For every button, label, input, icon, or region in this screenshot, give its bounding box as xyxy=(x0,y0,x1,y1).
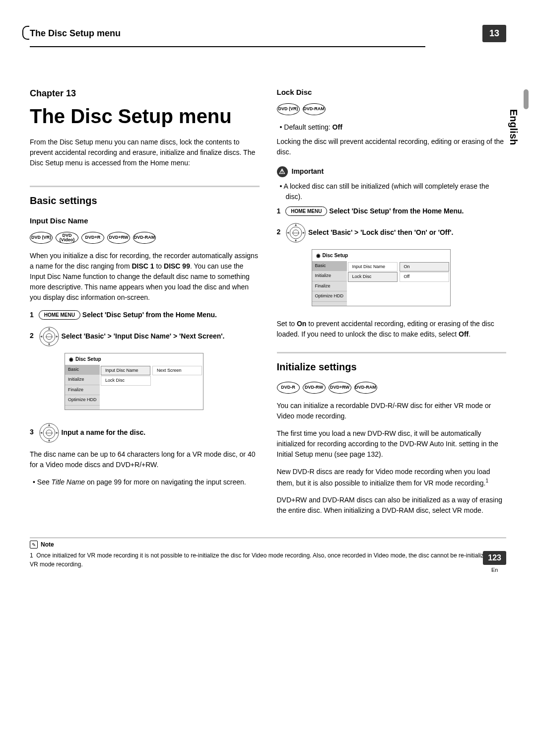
svg-text:ENTER: ENTER xyxy=(46,336,53,338)
home-menu-button-icon: HOME MENU xyxy=(39,310,80,320)
intro-text: From the Disc Setup menu you can name di… xyxy=(30,137,260,168)
language-tab xyxy=(524,89,529,109)
badge-dvd-rw: DVD-RW xyxy=(303,382,326,394)
disc-icon: ◉ xyxy=(316,252,321,259)
badge-dvd-vr: DVD (VR) xyxy=(277,103,300,115)
menu-sidebar-item: Finalize xyxy=(312,281,347,292)
init-p3: New DVD-R discs are ready for Video mode… xyxy=(277,467,507,488)
header-title: The Disc Setup menu xyxy=(30,27,121,40)
init-p1: You can initialize a recordable DVD-R/-R… xyxy=(277,401,507,421)
disc-format-badges: DVD (VR) DVD-RAM xyxy=(277,103,507,115)
menu-value: Off xyxy=(400,272,449,282)
lock-disc-heading: Lock Disc xyxy=(277,87,507,98)
menu-sidebar-item: Optimize HDD xyxy=(312,291,347,302)
chapter-number-badge: 13 xyxy=(482,25,506,42)
important-header: ⚠ Important xyxy=(277,166,507,177)
menu-value: On xyxy=(400,262,449,272)
svg-text:ENTER: ENTER xyxy=(292,232,299,234)
init-p4: DVD+RW and DVD-RAM discs can also be ini… xyxy=(277,495,507,516)
note-label: Note xyxy=(41,540,54,549)
badge-dvd-plus-rw: DVD+RW xyxy=(329,382,351,394)
important-bullet: • A locked disc can still be initialized… xyxy=(277,181,507,202)
step-2: 2 ENTER Select 'Basic' > 'Input Disc Nam… xyxy=(30,326,260,347)
svg-text:ENTER: ENTER xyxy=(46,432,53,434)
menu-sidebar-item: Initialize xyxy=(312,271,347,281)
navigation-pad-icon: ENTER xyxy=(39,326,60,347)
badge-dvd-plus-r: DVD+R xyxy=(81,232,104,244)
menu-sidebar-item: Basic xyxy=(312,261,347,272)
step-3: 3 ENTER Input a name for the disc. xyxy=(30,422,260,443)
page-title: The Disc Setup menu xyxy=(30,101,260,131)
footer-lang: En xyxy=(483,566,506,574)
badge-dvd-video: DVD (Video) xyxy=(56,232,78,244)
menu-option: Lock Disc xyxy=(348,272,398,282)
initialize-settings-heading: Initialize settings xyxy=(277,359,507,374)
disc-setup-menu-screenshot-2: ◉ Disc Setup Basic Initialize Finalize O… xyxy=(312,249,451,306)
menu-value xyxy=(153,376,202,386)
input-disc-name-description: When you initialize a disc for recording… xyxy=(30,251,260,303)
default-setting: • Default setting: Off xyxy=(277,122,507,133)
lock-disc-description: Locking the disc will prevent accidental… xyxy=(277,137,507,157)
see-also-bullet: • See Title Name on page 99 for more on … xyxy=(30,477,260,487)
navigation-pad-icon: ENTER xyxy=(285,222,306,243)
disc-icon: ◉ xyxy=(69,355,73,363)
menu-option: Input Disc Name xyxy=(348,262,398,272)
home-menu-button-icon: HOME MENU xyxy=(285,206,327,216)
step-1: 1 HOME MENU Select 'Disc Setup' from the… xyxy=(30,310,260,320)
badge-dvd-ram: DVD-RAM xyxy=(354,382,377,394)
lock-step-2: 2 ENTER Select 'Basic' > 'Lock disc' the… xyxy=(277,222,507,243)
menu-title: ◉ Disc Setup xyxy=(65,353,203,365)
badge-dvd-plus-rw: DVD+RW xyxy=(107,232,130,244)
note-icon: ✎ xyxy=(30,541,38,549)
menu-sidebar-item: Initialize xyxy=(65,375,100,385)
header-rule xyxy=(30,46,425,47)
badge-dvd-r: DVD-R xyxy=(277,382,300,394)
lock-step-1: 1 HOME MENU Select 'Disc Setup' from the… xyxy=(277,206,507,216)
chapter-label: Chapter 13 xyxy=(30,87,260,100)
section-rule xyxy=(30,186,260,187)
disc-setup-menu-screenshot-1: ◉ Disc Setup Basic Initialize Finalize O… xyxy=(65,353,203,410)
menu-option: Lock Disc xyxy=(101,376,151,386)
menu-sidebar-item: Optimize HDD xyxy=(65,395,100,406)
lock-disc-after: Set to On to prevent accidental recordin… xyxy=(277,319,507,340)
language-label: English xyxy=(506,109,521,145)
menu-option: Input Disc Name xyxy=(101,366,150,376)
page-number: 123 xyxy=(483,551,506,565)
menu-title: ◉ Disc Setup xyxy=(312,250,450,261)
navigation-pad-icon: ENTER xyxy=(39,422,60,443)
init-p2: The first time you load a new DVD-RW dis… xyxy=(277,428,507,460)
menu-sidebar-item: Finalize xyxy=(65,385,100,396)
badge-dvd-vr: DVD (VR) xyxy=(30,232,53,244)
menu-sidebar-item: Basic xyxy=(65,365,100,375)
badge-dvd-ram: DVD-RAM xyxy=(303,103,326,115)
basic-settings-heading: Basic settings xyxy=(30,193,260,208)
section-rule xyxy=(277,352,507,353)
disc-format-badges: DVD-R DVD-RW DVD+RW DVD-RAM xyxy=(277,382,507,394)
menu-value: Next Screen xyxy=(152,366,202,376)
footnote-section: ✎ Note 1 Once initialized for VR mode re… xyxy=(30,538,506,569)
footnote-text: 1 Once initialized for VR mode recording… xyxy=(30,551,506,569)
disc-format-badges: DVD (VR) DVD (Video) DVD+R DVD+RW DVD-RA… xyxy=(30,232,260,244)
badge-dvd-ram: DVD-RAM xyxy=(133,232,156,244)
warning-icon: ⚠ xyxy=(277,166,288,177)
step-3-description: The disc name can be up to 64 characters… xyxy=(30,449,260,470)
input-disc-name-heading: Input Disc Name xyxy=(30,215,260,227)
